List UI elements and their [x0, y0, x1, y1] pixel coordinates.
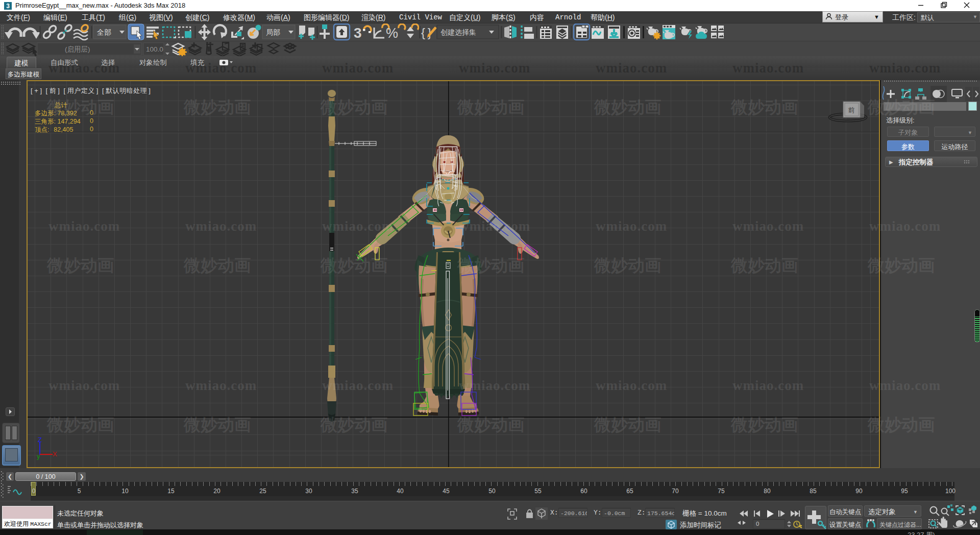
svg-text:X: X	[53, 450, 57, 458]
svg-text:y: y	[37, 452, 40, 460]
svg-text:前: 前	[848, 106, 855, 114]
svg-text:Z: Z	[38, 436, 42, 444]
